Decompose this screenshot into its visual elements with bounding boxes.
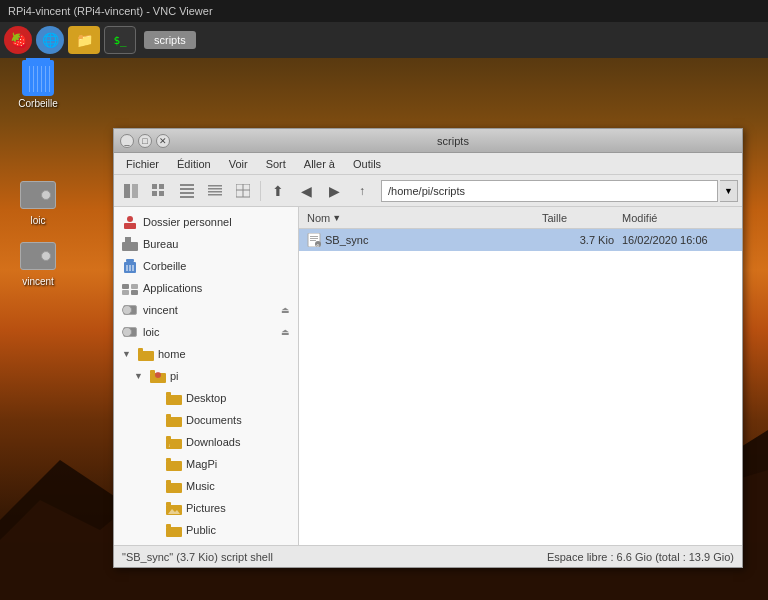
- sidebar-item-loic[interactable]: loic ⏏: [114, 321, 298, 343]
- svg-rect-48: [166, 480, 171, 484]
- tree-item-Desktop[interactable]: ▶ Desktop: [114, 387, 298, 409]
- sort-arrow-icon: ▼: [332, 213, 341, 223]
- svg-point-19: [127, 216, 133, 222]
- sidebar-loic-label: loic: [143, 326, 160, 338]
- menu-edition[interactable]: Édition: [169, 156, 219, 172]
- bureau-icon: [122, 236, 138, 252]
- svg-rect-13: [208, 188, 222, 190]
- file-name-text: SB_sync: [325, 234, 368, 246]
- detail-view-button[interactable]: [174, 179, 200, 203]
- sidebar-item-corbeille[interactable]: Corbeille: [114, 255, 298, 277]
- panel-view-button[interactable]: [118, 179, 144, 203]
- menu-aller-a[interactable]: Aller à: [296, 156, 343, 172]
- menu-outils[interactable]: Outils: [345, 156, 389, 172]
- vincent-drive-icon[interactable]: vincent: [8, 238, 68, 287]
- tree-item-home[interactable]: ▼ home: [114, 343, 298, 365]
- svg-rect-43: [166, 436, 171, 440]
- vincent-icon-label: vincent: [22, 276, 54, 287]
- tree-item-Music[interactable]: ▶ Music: [114, 475, 298, 497]
- parent-button[interactable]: ↑: [349, 179, 375, 203]
- file-row-SB_sync[interactable]: ⚙ SB_sync 3.7 Kio 16/02/2020 16:06: [299, 229, 742, 251]
- svg-rect-31: [131, 290, 138, 295]
- vnc-title: RPi4-vincent (RPi4-vincent) - VNC Viewer: [8, 5, 213, 17]
- menu-voir[interactable]: Voir: [221, 156, 256, 172]
- svg-rect-24: [126, 259, 134, 262]
- file-modified-cell: 16/02/2020 16:06: [618, 234, 738, 246]
- compact-view-button[interactable]: [202, 179, 228, 203]
- svg-rect-6: [152, 191, 157, 196]
- tree-item-pi[interactable]: ▼ pi: [114, 365, 298, 387]
- trash-icon-label: Corbeille: [18, 98, 57, 109]
- browser-button[interactable]: 🌐: [36, 26, 64, 54]
- trash-desktop-icon[interactable]: Corbeille: [8, 60, 68, 109]
- vincent-hdd-icon: [20, 238, 56, 274]
- svg-rect-22: [125, 237, 131, 242]
- tree-Pictures-label: Pictures: [186, 502, 226, 514]
- toolbar-separator-1: [260, 181, 261, 201]
- loic-eject-icon[interactable]: ⏏: [281, 327, 290, 337]
- loic-drive-icon[interactable]: loic: [8, 177, 68, 226]
- svg-rect-14: [208, 191, 222, 193]
- window-controls: _ □ ✕: [120, 134, 170, 148]
- vnc-titlebar: RPi4-vincent (RPi4-vincent) - VNC Viewer: [0, 0, 768, 22]
- menu-fichier[interactable]: Fichier: [118, 156, 167, 172]
- svg-point-37: [155, 372, 161, 378]
- address-dropdown[interactable]: ▼: [720, 180, 738, 202]
- svg-rect-40: [166, 417, 182, 427]
- svg-rect-30: [122, 290, 129, 295]
- dossier-personnel-icon: [122, 214, 138, 230]
- taskbar-scripts-window[interactable]: scripts: [144, 31, 196, 49]
- svg-rect-9: [180, 188, 194, 190]
- raspberry-menu-button[interactable]: 🍓: [4, 26, 32, 54]
- tree-item-Documents[interactable]: ▶ Documents: [114, 409, 298, 431]
- svg-rect-53: [166, 524, 171, 528]
- svg-rect-52: [166, 527, 182, 537]
- svg-rect-50: [166, 502, 171, 506]
- loic-icon-label: loic: [30, 215, 45, 226]
- svg-rect-63: [310, 240, 316, 241]
- vincent-eject-icon[interactable]: ⏏: [281, 305, 290, 315]
- back-button[interactable]: ⬆: [265, 179, 291, 203]
- minimize-button[interactable]: _: [120, 134, 134, 148]
- sidebar-item-applications[interactable]: Applications: [114, 277, 298, 299]
- svg-rect-8: [180, 184, 194, 186]
- col-header-name[interactable]: Nom ▼: [303, 212, 538, 224]
- sidebar-item-dossier-personnel[interactable]: Dossier personnel: [114, 211, 298, 233]
- svg-rect-34: [138, 348, 143, 352]
- sidebar-dossier-label: Dossier personnel: [143, 216, 232, 228]
- svg-rect-45: [166, 461, 182, 471]
- filemanager-button[interactable]: 📁: [68, 26, 100, 54]
- file-name-cell: ⚙ SB_sync: [303, 233, 538, 247]
- terminal-button[interactable]: $_: [104, 26, 136, 54]
- menu-sort[interactable]: Sort: [258, 156, 294, 172]
- list-view-button[interactable]: [230, 179, 256, 203]
- tree-pi-label: pi: [170, 370, 179, 382]
- sidebar-corbeille-label: Corbeille: [143, 260, 186, 272]
- icon-view-button[interactable]: [146, 179, 172, 203]
- close-button[interactable]: ✕: [156, 134, 170, 148]
- sidebar-item-bureau[interactable]: Bureau: [114, 233, 298, 255]
- Desktop-folder-icon: [166, 390, 182, 406]
- tree-item-Public[interactable]: ▶ Public: [114, 519, 298, 541]
- col-header-modified[interactable]: Modifié: [618, 212, 738, 224]
- tree-item-Downloads[interactable]: ▶ ↓ Downloads: [114, 431, 298, 453]
- file-manager-window: _ □ ✕ scripts Fichier Édition Voir Sort …: [113, 128, 743, 568]
- pi-expand-arrow: ▼: [134, 371, 146, 381]
- next-button[interactable]: ▶: [321, 179, 347, 203]
- svg-rect-5: [159, 184, 164, 189]
- prev-button[interactable]: ◀: [293, 179, 319, 203]
- window-title: scripts: [170, 135, 736, 147]
- svg-rect-29: [131, 284, 138, 289]
- corbeille-icon: [122, 258, 138, 274]
- sidebar-item-vincent[interactable]: vincent ⏏: [114, 299, 298, 321]
- address-text: /home/pi/scripts: [388, 185, 465, 197]
- tree-Music-label: Music: [186, 480, 215, 492]
- svg-rect-3: [132, 184, 138, 198]
- vincent-drive-sidebar-icon: [122, 302, 138, 318]
- applications-icon: [122, 280, 138, 296]
- tree-item-Pictures[interactable]: ▶ Pictures: [114, 497, 298, 519]
- tree-item-MagPi[interactable]: ▶ MagPi: [114, 453, 298, 475]
- file-size-text: 3.7 Kio: [580, 234, 614, 246]
- col-header-size[interactable]: Taille: [538, 212, 618, 224]
- maximize-button[interactable]: □: [138, 134, 152, 148]
